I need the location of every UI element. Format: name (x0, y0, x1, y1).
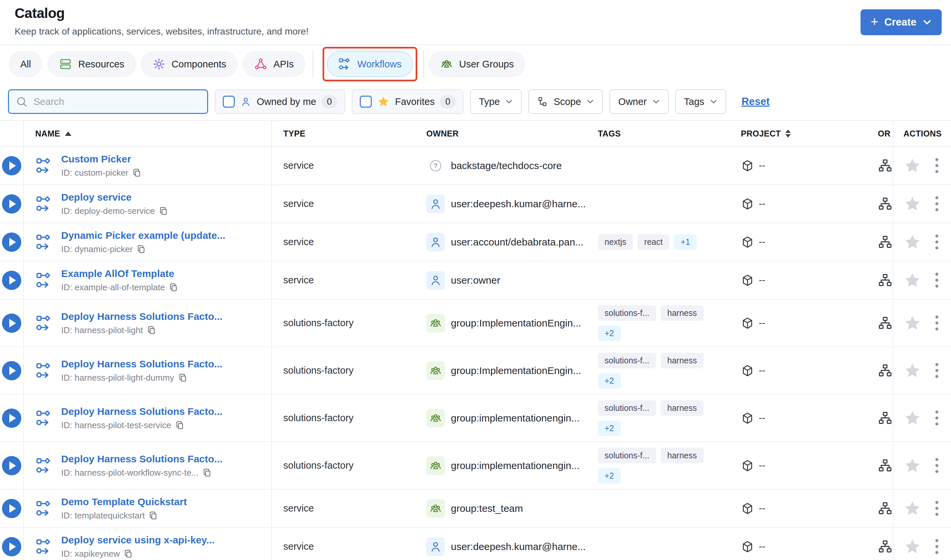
copy-id-button[interactable] (169, 283, 178, 292)
tab-user-groups[interactable]: User Groups (429, 51, 525, 77)
execute-workflow-button[interactable] (2, 537, 21, 556)
tab-apis[interactable]: APIs (243, 51, 305, 77)
copy-id-button[interactable] (147, 326, 156, 335)
favorite-star-button[interactable] (903, 233, 922, 251)
owned-by-me-checkbox[interactable] (223, 95, 235, 108)
favorite-star-button[interactable] (903, 195, 922, 213)
entity-name-link[interactable]: Deploy Harness Solutions Facto... (61, 358, 222, 370)
org-hierarchy-button[interactable] (878, 411, 892, 426)
org-hierarchy-button[interactable] (878, 158, 892, 173)
copy-id-button[interactable] (137, 245, 146, 254)
favorite-star-button[interactable] (903, 457, 922, 475)
favorite-star-button[interactable] (903, 314, 922, 332)
execute-workflow-button[interactable] (2, 271, 21, 290)
copy-id-button[interactable] (175, 420, 185, 430)
favorite-star-button[interactable] (903, 271, 922, 289)
owned-by-me-filter[interactable]: Owned by me 0 (215, 89, 345, 114)
kebab-menu-button[interactable] (936, 501, 939, 516)
copy-id-button[interactable] (149, 511, 158, 520)
entity-name-link[interactable]: Deploy service using x-api-key... (61, 534, 215, 546)
tab-workflows[interactable]: Workflows (327, 51, 413, 77)
tag-pill[interactable]: harness (661, 448, 704, 463)
row-owner-cell: user:deepesh.kumar@harne... (421, 195, 593, 213)
tab-resources[interactable]: Resources (48, 51, 136, 77)
execute-workflow-button[interactable] (2, 409, 21, 428)
org-chart-icon (878, 458, 892, 473)
tab-components[interactable]: Components (141, 51, 238, 77)
execute-workflow-button[interactable] (2, 156, 21, 175)
more-tags-pill[interactable]: +1 (674, 234, 697, 250)
tag-pill[interactable]: harness (661, 400, 704, 416)
tag-pill[interactable]: harness (661, 305, 704, 321)
type-dropdown[interactable]: Type (470, 89, 522, 114)
entity-name-link[interactable]: Demo Template Quickstart (61, 496, 187, 508)
owner-dropdown[interactable]: Owner (610, 89, 668, 114)
tag-pill[interactable]: solutions-f... (598, 400, 656, 416)
kebab-menu-button[interactable] (936, 363, 939, 378)
copy-id-button[interactable] (178, 373, 188, 382)
create-button[interactable]: + Create (861, 9, 942, 35)
tag-pill[interactable]: solutions-f... (598, 305, 656, 321)
copy-id-button[interactable] (132, 168, 142, 177)
entity-name-link[interactable]: Example AllOf Template (61, 268, 178, 279)
kebab-menu-button[interactable] (936, 158, 939, 173)
tag-pill[interactable]: solutions-f... (598, 448, 656, 463)
column-header-project[interactable]: PROJECT (735, 121, 877, 146)
scope-dropdown[interactable]: Scope (528, 89, 603, 114)
more-tags-pill[interactable]: +2 (598, 468, 621, 484)
search-input[interactable] (33, 96, 201, 108)
execute-workflow-button[interactable] (2, 456, 21, 475)
entity-name-link[interactable]: Custom Picker (61, 154, 142, 165)
tags-dropdown[interactable]: Tags (675, 89, 726, 114)
tag-pill[interactable]: harness (661, 353, 704, 368)
reset-filters-link[interactable]: Reset (741, 95, 769, 108)
more-tags-pill[interactable]: +2 (598, 420, 621, 436)
execute-workflow-button[interactable] (2, 232, 21, 252)
favorite-star-button[interactable] (903, 500, 922, 517)
entity-name-link[interactable]: Deploy service (61, 192, 168, 203)
tag-pill[interactable]: react (638, 234, 669, 250)
execute-workflow-button[interactable] (2, 314, 21, 333)
copy-id-button[interactable] (202, 468, 212, 477)
org-hierarchy-button[interactable] (878, 458, 892, 473)
execute-workflow-button[interactable] (2, 361, 21, 380)
tag-pill[interactable]: solutions-f... (598, 353, 656, 368)
org-hierarchy-button[interactable] (878, 197, 892, 211)
row-actions-cell (894, 271, 951, 289)
owner-user-icon (426, 195, 445, 213)
copy-id-button[interactable] (124, 549, 133, 558)
entity-name-link[interactable]: Dynamic Picker example (update... (61, 230, 225, 241)
favorite-star-button[interactable] (903, 538, 922, 556)
kebab-menu-button[interactable] (936, 196, 939, 211)
kebab-menu-button[interactable] (936, 458, 939, 473)
favorite-star-button[interactable] (903, 409, 922, 427)
org-hierarchy-button[interactable] (878, 235, 892, 249)
favorites-filter[interactable]: Favorites 0 (352, 89, 463, 114)
copy-icon (159, 206, 168, 215)
kebab-menu-button[interactable] (936, 411, 939, 426)
kebab-menu-button[interactable] (936, 234, 939, 249)
org-hierarchy-button[interactable] (878, 363, 892, 378)
column-header-name[interactable]: NAME (24, 121, 272, 146)
tag-pill[interactable]: nextjs (598, 234, 633, 250)
favorites-checkbox[interactable] (360, 95, 372, 108)
execute-workflow-button[interactable] (2, 194, 21, 214)
copy-id-button[interactable] (159, 206, 168, 215)
org-hierarchy-button[interactable] (878, 273, 892, 288)
entity-name-link[interactable]: Deploy Harness Solutions Facto... (61, 453, 222, 465)
org-hierarchy-button[interactable] (878, 316, 892, 331)
entity-name-link[interactable]: Deploy Harness Solutions Facto... (61, 406, 222, 417)
kebab-menu-button[interactable] (936, 539, 939, 554)
favorite-star-button[interactable] (903, 157, 922, 175)
kebab-menu-button[interactable] (936, 273, 939, 288)
entity-name-link[interactable]: Deploy Harness Solutions Facto... (61, 311, 222, 322)
org-hierarchy-button[interactable] (878, 539, 892, 554)
org-hierarchy-button[interactable] (878, 501, 892, 516)
kebab-menu-button[interactable] (936, 315, 939, 331)
more-tags-pill[interactable]: +2 (598, 373, 621, 389)
entity-id: ID: harness-pilot-light-dummy (61, 373, 222, 383)
favorite-star-button[interactable] (903, 362, 922, 380)
execute-workflow-button[interactable] (2, 499, 21, 518)
more-tags-pill[interactable]: +2 (598, 326, 621, 341)
tab-all[interactable]: All (9, 51, 42, 77)
